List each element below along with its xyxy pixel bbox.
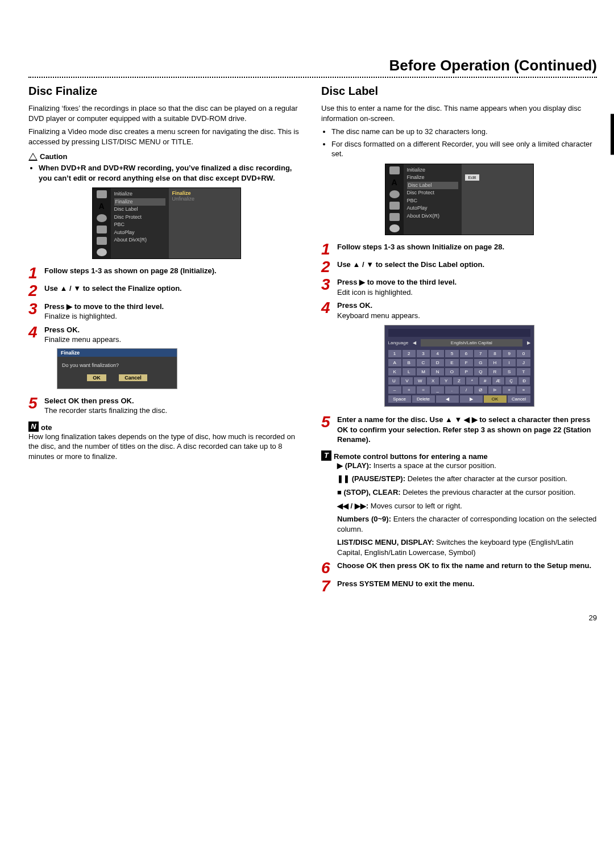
dialog-body: Do you want finalization? OK Cancel [57,357,177,389]
kb-key[interactable]: Z [453,377,465,385]
tv-icon [389,166,400,174]
kb-row-1: 1234567890 [388,350,530,357]
mi: Disc Protect [114,214,165,222]
step-4: 4 Press OK. Keyboard menu appears. [321,301,597,320]
kb-key[interactable]: Space [388,395,411,403]
kb-key[interactable]: 2 [403,350,416,357]
note-text: How long finalization takes depends on t… [28,432,304,462]
kb-key[interactable]: Delete [412,395,435,403]
kb-key[interactable]: E [445,359,458,366]
intro-para-1: Finalizing ‘fixes’ the recordings in pla… [28,103,304,123]
screenshot-label-menu: A Initialize Finalize Disc Label Disc Pr… [385,164,534,235]
step-text: Use ▲ / ▼ to select the Disc Label optio… [337,260,597,274]
kb-key[interactable]: V [401,377,413,385]
kb-key[interactable]: ◀ [436,395,459,403]
kb-key[interactable]: H [488,359,501,366]
kb-key[interactable]: 1 [388,350,401,357]
kb-key[interactable]: X [427,377,439,385]
kb-key[interactable]: . [445,386,458,394]
kb-key[interactable]: « [503,386,516,394]
kb-key[interactable]: _ [431,386,444,394]
kb-key[interactable]: 8 [488,350,501,357]
kb-key[interactable]: » [517,386,530,394]
lock-icon [97,226,107,233]
step-text: Follow steps 1-3 as shown on page 28 (In… [44,266,304,280]
edit-button[interactable]: Edit [465,174,480,181]
step-text: Select OK then press OK. The recorder st… [44,396,304,416]
kb-key[interactable]: K [388,368,401,375]
dialog-cancel-button[interactable]: Cancel [119,374,147,381]
kb-lang-value: English/Latin Capital [421,339,522,347]
kb-key[interactable]: Ç [505,377,517,385]
note-row: N ote [28,422,304,432]
kb-key[interactable]: S [503,368,516,375]
kb-key[interactable]: N [431,368,444,375]
kb-key[interactable]: M [417,368,430,375]
kb-key[interactable]: 7 [474,350,487,357]
dialog-ok-button[interactable]: OK [87,374,106,381]
kb-key[interactable]: D [431,359,444,366]
caution-text: When DVD+R and DVD+RW recording, you’ve … [39,163,304,183]
kb-key[interactable]: J [517,359,530,366]
kb-key[interactable]: W [414,377,426,385]
kb-key[interactable]: # [479,377,491,385]
disc-icon [389,190,400,198]
record-icon [97,248,107,256]
kb-key[interactable]: Ø [474,386,487,394]
kb-input-field[interactable] [388,329,530,337]
kb-key[interactable]: 6 [460,350,473,357]
kb-key[interactable]: O [445,368,458,375]
step-text: Choose OK then press OK to fix the name … [337,561,597,575]
step-3: 3 Press ▶ to move to the third level. Ed… [321,277,597,297]
mi: About DivX(R) [114,236,165,244]
kb-key[interactable]: L [403,368,416,375]
kb-key[interactable]: A [388,359,401,366]
kb-key[interactable]: – [388,386,401,394]
kb-key[interactable]: Q [474,368,487,375]
tv-icon [97,190,107,198]
intro-para: Use this to enter a name for the disc. T… [321,103,597,123]
mi-selected: Finalize [114,198,165,206]
kb-key[interactable]: OK [484,395,507,403]
onscreen-keyboard: Language ◀ English/Latin Capital ▶ 12345… [384,325,534,407]
mi: Disc Protect [407,189,458,197]
kb-key[interactable]: F [460,359,473,366]
finalize-dialog: Finalize Do you want finalization? OK Ca… [57,348,177,389]
step-text: Press SYSTEM MENU to exit the menu. [337,579,597,593]
kb-key[interactable]: * [466,377,478,385]
kb-key[interactable]: P [460,368,473,375]
letter-a-icon: A [98,202,104,211]
kb-key[interactable]: 4 [431,350,444,357]
rc-stop: ■ (STOP), CLEAR: Deletes the previous ch… [337,487,597,498]
kb-key[interactable]: I [503,359,516,366]
step-text: Follow steps 1-3 as shown Initialize on … [337,242,597,256]
kb-key[interactable]: 3 [417,350,430,357]
kb-key[interactable]: 5 [445,350,458,357]
kb-key[interactable]: 0 [517,350,530,357]
kb-key[interactable]: / [460,386,473,394]
kb-key[interactable]: U [388,377,400,385]
kb-key[interactable]: Ð [518,377,530,385]
ss-iconbar: A [93,188,111,258]
kb-key[interactable]: Cancel [508,395,530,403]
kb-lang-prev[interactable]: ◀ [413,340,416,345]
kb-key[interactable]: Þ [488,386,501,394]
kb-key[interactable]: B [403,359,416,366]
note-icon: N [28,422,39,432]
kb-key[interactable]: T [517,368,530,375]
page: Before Operation (Continued) English Dis… [0,0,614,639]
mi: Finalize [407,174,458,182]
kb-key[interactable]: ▶ [460,395,483,403]
kb-lang-next[interactable]: ▶ [527,340,530,345]
rc-skip: ◀◀ / ▶▶: Moves cursor to left or right. [337,501,597,511]
kb-key[interactable]: G [474,359,487,366]
step-num: 1 [28,266,40,280]
mi: Initialize [407,166,458,174]
kb-key[interactable]: R [488,368,501,375]
kb-key[interactable]: + [403,386,416,394]
kb-key[interactable]: C [417,359,430,366]
kb-key[interactable]: = [417,386,430,394]
kb-key[interactable]: Y [440,377,452,385]
kb-key[interactable]: 9 [503,350,516,357]
kb-key[interactable]: Æ [492,377,504,385]
